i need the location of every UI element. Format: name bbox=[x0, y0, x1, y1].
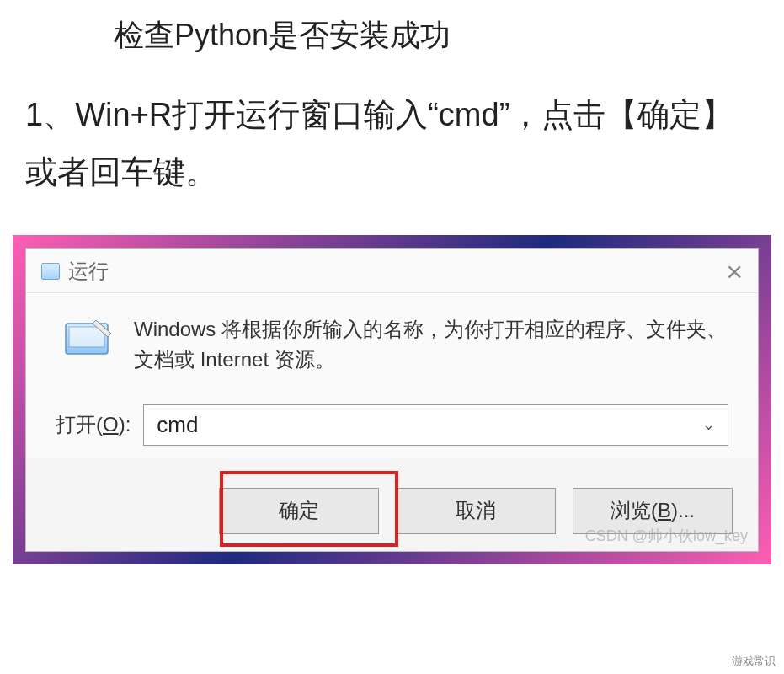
svg-rect-1 bbox=[69, 327, 104, 347]
ok-button[interactable]: 确定 bbox=[219, 488, 379, 534]
chevron-down-icon[interactable]: ⌄ bbox=[702, 415, 715, 434]
run-big-icon bbox=[64, 318, 113, 359]
command-combobox[interactable]: ⌄ bbox=[143, 404, 728, 446]
command-input[interactable] bbox=[157, 412, 702, 438]
run-small-icon bbox=[41, 263, 60, 280]
input-row: 打开(O): ⌄ bbox=[56, 400, 728, 458]
cancel-button[interactable]: 取消 bbox=[396, 488, 556, 534]
dialog-title: 运行 bbox=[68, 258, 109, 285]
dialog-description: Windows 将根据你所输入的名称，为你打开相应的程序、文件夹、文档或 Int… bbox=[134, 314, 728, 375]
button-row: 确定 取消 浏览(B)... CSDN @帅小伙low_key bbox=[26, 458, 758, 551]
article-heading: 检查Python是否安装成功 bbox=[0, 0, 784, 78]
open-label: 打开(O): bbox=[56, 411, 131, 438]
run-dialog: 运行 × bbox=[25, 248, 759, 552]
close-icon[interactable]: × bbox=[726, 257, 743, 286]
dialog-titlebar: 运行 × bbox=[26, 249, 758, 293]
watermark: CSDN @帅小伙low_key bbox=[585, 526, 748, 546]
article-step-1: 1、Win+R打开运行窗口输入“cmd”，点击【确定】或者回车键。 bbox=[0, 78, 784, 227]
dialog-body: Windows 将根据你所输入的名称，为你打开相应的程序、文件夹、文档或 Int… bbox=[26, 293, 758, 551]
title-left: 运行 bbox=[41, 258, 109, 285]
screenshot-container: 运行 × bbox=[13, 235, 771, 564]
description-row: Windows 将根据你所输入的名称，为你打开相应的程序、文件夹、文档或 Int… bbox=[56, 314, 728, 400]
footer-tag: 游戏常识 bbox=[732, 654, 776, 669]
